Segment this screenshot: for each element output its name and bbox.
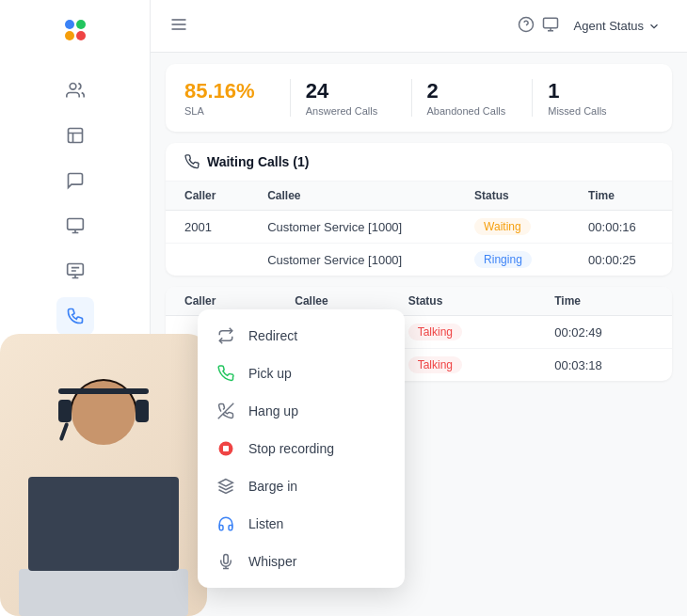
status-badge: Talking [408, 324, 462, 340]
time-cell: 00:00:25 [569, 244, 672, 276]
time-cell: 00:03:18 [535, 349, 672, 382]
stat-sla: 85.16% SLA [184, 79, 291, 117]
sidebar-item-reports[interactable] [56, 117, 94, 154]
status-badge: Ringing [474, 251, 532, 268]
time-cell: 00:02:49 [535, 316, 672, 349]
svg-point-4 [70, 84, 76, 90]
hangup-icon [216, 402, 235, 420]
svg-point-3 [76, 31, 86, 40]
sidebar-item-monitor[interactable] [56, 207, 94, 245]
pickup-icon [216, 364, 235, 383]
caller-cell: 2001 [166, 211, 248, 244]
answered-label: Answered Calls [306, 105, 396, 117]
agent-photo [0, 334, 207, 616]
stop-recording-label: Stop recording [248, 441, 334, 456]
phone-waiting-icon [184, 154, 200, 169]
callee-cell: Customer Service [1000] [248, 211, 455, 244]
barge-in-icon [216, 477, 235, 496]
hamburger-menu[interactable] [169, 15, 188, 38]
col-callee: Callee [248, 182, 455, 211]
col-time: Time [569, 182, 672, 211]
whisper-label: Whisper [248, 554, 296, 569]
table-row: 2001 Customer Service [1000] Waiting 00:… [166, 211, 672, 244]
monitor-icon[interactable] [542, 16, 559, 36]
person-head [72, 381, 136, 445]
status-cell: Waiting [455, 211, 569, 244]
redirect-icon [216, 326, 235, 345]
stat-abandoned: 2 Abandoned Calls [412, 79, 534, 117]
svg-rect-16 [223, 446, 229, 451]
header-left [169, 15, 188, 38]
menu-item-listen[interactable]: Listen [198, 505, 405, 543]
missed-value: 1 [548, 79, 638, 103]
sidebar-item-messages[interactable] [56, 162, 94, 199]
col-time: Time [535, 287, 672, 316]
waiting-calls-header: Waiting Calls (1) [166, 143, 672, 182]
svg-point-1 [76, 20, 86, 29]
app-logo[interactable] [60, 15, 90, 49]
table-row: Customer Service [1000] Ringing 00:00:25 [166, 244, 672, 276]
answered-value: 24 [306, 79, 396, 103]
col-caller: Caller [166, 182, 248, 211]
header-right: Agent Status [518, 15, 668, 37]
svg-point-2 [65, 31, 74, 40]
pickup-label: Pick up [248, 366, 292, 381]
agent-status-button[interactable]: Agent Status [567, 15, 668, 37]
abandoned-value: 2 [427, 79, 518, 103]
whisper-icon [216, 552, 235, 571]
callee-cell: Customer Service [1000] [248, 244, 455, 276]
caller-cell [166, 244, 248, 276]
waiting-calls-section: Waiting Calls (1) Caller Callee Status T… [166, 143, 672, 276]
agent-figure [9, 353, 198, 616]
svg-rect-7 [67, 264, 83, 276]
menu-item-redirect[interactable]: Redirect [198, 317, 405, 355]
sidebar-item-screen[interactable] [56, 252, 94, 290]
barge-in-label: Barge in [248, 479, 297, 494]
sla-label: SLA [184, 105, 275, 117]
abandoned-label: Abandoned Calls [427, 105, 518, 117]
sla-value: 85.16% [184, 79, 275, 103]
menu-item-barge-in[interactable]: Barge in [198, 467, 405, 505]
context-menu: Redirect Pick up Hang up Stop recording [198, 309, 405, 588]
menu-item-stop-recording[interactable]: Stop recording [198, 430, 405, 467]
menu-item-hangup[interactable]: Hang up [198, 392, 405, 430]
listen-icon [216, 514, 235, 533]
svg-rect-6 [67, 219, 83, 230]
help-icon[interactable] [518, 16, 535, 36]
stat-missed: 1 Missed Calls [533, 79, 653, 117]
redirect-label: Redirect [248, 328, 297, 343]
sidebar-item-contacts[interactable] [56, 71, 94, 109]
stop-recording-icon [216, 439, 235, 458]
main-header: Agent Status [151, 0, 687, 53]
missed-label: Missed Calls [548, 105, 638, 117]
stats-bar: 85.16% SLA 24 Answered Calls 2 Abandoned… [166, 64, 672, 132]
col-status: Status [390, 287, 536, 316]
stat-answered: 24 Answered Calls [291, 79, 412, 117]
sidebar-item-calls[interactable] [56, 297, 94, 335]
waiting-calls-table: Caller Callee Status Time 2001 Customer … [166, 182, 672, 276]
status-badge: Waiting [474, 218, 531, 235]
svg-point-0 [65, 20, 74, 29]
waiting-calls-title: Waiting Calls (1) [207, 154, 309, 169]
svg-rect-5 [68, 129, 82, 143]
time-cell: 00:00:16 [569, 211, 672, 244]
hangup-label: Hang up [248, 403, 298, 419]
status-badge: Talking [408, 356, 462, 373]
menu-item-pickup[interactable]: Pick up [198, 355, 405, 392]
col-status: Status [455, 182, 569, 211]
menu-item-whisper[interactable]: Whisper [198, 543, 405, 580]
svg-rect-13 [543, 18, 557, 28]
listen-label: Listen [248, 516, 283, 531]
status-cell: Ringing [455, 244, 569, 276]
